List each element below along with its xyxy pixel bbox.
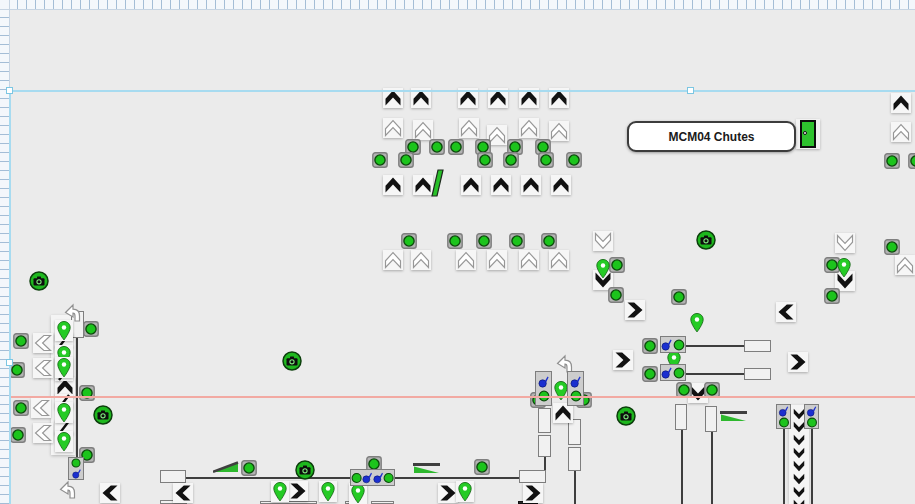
- camera-indicator-icon[interactable]: [29, 271, 49, 291]
- conveyor-segment[interactable]: [538, 408, 551, 433]
- location-pin-icon[interactable]: [55, 402, 73, 423]
- white-chevron-up-icon[interactable]: [549, 121, 569, 141]
- control-panel[interactable]: [660, 364, 686, 381]
- white-chevron-up-icon[interactable]: [549, 250, 569, 270]
- white-chevron-up-icon[interactable]: [519, 118, 539, 138]
- conveyor-segment[interactable]: [568, 447, 581, 471]
- conveyor-segment[interactable]: [675, 404, 687, 430]
- camera-indicator-icon[interactable]: [282, 351, 302, 371]
- camera-indicator-icon[interactable]: [295, 460, 315, 480]
- black-chevron-up-icon[interactable]: [491, 175, 511, 195]
- status-indicator-icon[interactable]: [908, 153, 915, 169]
- location-pin-icon[interactable]: [319, 481, 337, 502]
- black-chevron-right-icon[interactable]: [288, 481, 308, 501]
- white-chevron-up-icon[interactable]: [383, 250, 403, 270]
- black-chevron-up-icon[interactable]: [553, 403, 573, 423]
- status-indicator-icon[interactable]: [642, 338, 658, 354]
- conveyor-segment[interactable]: [160, 470, 186, 483]
- status-indicator-icon[interactable]: [241, 460, 257, 476]
- conveyor-segment[interactable]: [705, 406, 717, 432]
- black-chevron-down-icon[interactable]: [791, 446, 807, 460]
- location-pin-icon[interactable]: [690, 313, 704, 333]
- status-indicator-icon[interactable]: [401, 233, 417, 249]
- white-chevron-up-icon[interactable]: [413, 120, 433, 140]
- black-chevron-right-icon[interactable]: [438, 483, 458, 503]
- status-indicator-icon[interactable]: [476, 233, 492, 249]
- status-indicator-icon[interactable]: [884, 153, 900, 169]
- status-indicator-icon[interactable]: [671, 289, 687, 305]
- black-chevron-left-icon[interactable]: [173, 483, 193, 503]
- gate-indicator[interactable]: [430, 168, 445, 198]
- status-indicator-icon[interactable]: [474, 459, 490, 475]
- white-chevron-up-icon[interactable]: [459, 118, 479, 138]
- status-indicator-icon[interactable]: [824, 288, 840, 304]
- location-pin-icon[interactable]: [837, 258, 851, 278]
- control-panel[interactable]: [68, 457, 84, 480]
- location-pin-icon[interactable]: [55, 357, 73, 378]
- status-indicator-icon[interactable]: [642, 366, 658, 382]
- conveyor-segment[interactable]: [744, 368, 771, 380]
- white-chevron-left-icon[interactable]: [33, 333, 53, 353]
- status-indicator-icon[interactable]: [509, 233, 525, 249]
- door-indicator[interactable]: [796, 119, 820, 149]
- black-chevron-up-icon[interactable]: [521, 175, 541, 195]
- selection-handle[interactable]: [6, 359, 13, 366]
- status-indicator-icon[interactable]: [448, 139, 464, 155]
- conveyor-segment[interactable]: [744, 340, 771, 352]
- selection-handle[interactable]: [6, 87, 13, 94]
- conveyor-segment[interactable]: [519, 470, 546, 483]
- ramp-indicator[interactable]: [720, 410, 747, 422]
- black-chevron-down-icon[interactable]: [791, 459, 807, 473]
- black-chevron-up-icon[interactable]: [383, 175, 403, 195]
- status-indicator-icon[interactable]: [447, 233, 463, 249]
- status-indicator-icon[interactable]: [609, 257, 625, 273]
- status-indicator-icon[interactable]: [429, 139, 445, 155]
- status-indicator-icon[interactable]: [541, 233, 557, 249]
- black-chevron-down-icon[interactable]: [791, 485, 807, 499]
- white-chevron-up-icon[interactable]: [456, 250, 476, 270]
- white-chevron-up-icon[interactable]: [891, 122, 911, 142]
- white-chevron-up-icon[interactable]: [487, 250, 507, 270]
- black-chevron-up-icon[interactable]: [461, 175, 481, 195]
- status-indicator-icon[interactable]: [566, 152, 582, 168]
- black-chevron-down-icon[interactable]: [791, 472, 807, 486]
- location-pin-icon[interactable]: [456, 481, 474, 502]
- control-panel[interactable]: [804, 404, 819, 429]
- camera-indicator-icon[interactable]: [616, 406, 636, 426]
- location-pin-icon[interactable]: [596, 259, 610, 279]
- white-chevron-up-icon[interactable]: [383, 118, 403, 138]
- status-indicator-icon[interactable]: [372, 152, 388, 168]
- white-chevron-left-icon[interactable]: [33, 358, 53, 378]
- ramp-indicator[interactable]: [213, 461, 240, 473]
- white-chevron-down-icon[interactable]: [835, 233, 855, 253]
- camera-indicator-icon[interactable]: [93, 405, 113, 425]
- control-panel[interactable]: [567, 371, 584, 406]
- status-indicator-icon[interactable]: [398, 152, 414, 168]
- status-indicator-icon[interactable]: [13, 333, 29, 349]
- status-indicator-icon[interactable]: [10, 427, 26, 443]
- control-panel[interactable]: [776, 404, 791, 429]
- white-chevron-up-icon[interactable]: [519, 250, 539, 270]
- white-chevron-up-icon[interactable]: [895, 255, 915, 275]
- curved-arrow-icon[interactable]: [57, 480, 79, 500]
- location-pin-icon[interactable]: [349, 483, 367, 504]
- location-pin-icon[interactable]: [271, 481, 289, 502]
- white-chevron-down-icon[interactable]: [593, 231, 613, 251]
- black-chevron-right-icon[interactable]: [523, 483, 543, 503]
- status-indicator-icon[interactable]: [477, 152, 493, 168]
- selection-handle[interactable]: [687, 87, 694, 94]
- black-chevron-up-icon[interactable]: [891, 93, 911, 113]
- black-chevron-up-icon[interactable]: [551, 175, 571, 195]
- ramp-indicator[interactable]: [413, 462, 440, 474]
- white-chevron-left-icon[interactable]: [33, 423, 53, 443]
- black-chevron-right-icon[interactable]: [613, 350, 633, 370]
- status-indicator-icon[interactable]: [538, 152, 554, 168]
- chute-group-button[interactable]: MCM04 Chutes: [627, 121, 796, 152]
- location-pin-icon[interactable]: [554, 381, 568, 401]
- status-indicator-icon[interactable]: [608, 287, 624, 303]
- location-pin-icon[interactable]: [55, 320, 73, 341]
- black-chevron-down-icon[interactable]: [791, 498, 807, 504]
- status-indicator-icon[interactable]: [13, 400, 29, 416]
- black-chevron-left-icon[interactable]: [776, 302, 796, 322]
- black-chevron-down-icon[interactable]: [791, 433, 807, 447]
